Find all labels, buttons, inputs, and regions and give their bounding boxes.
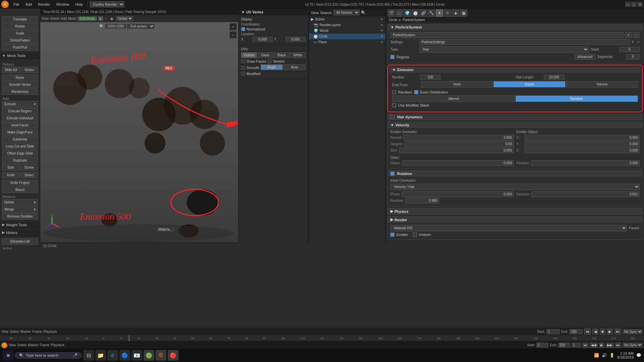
unborn-checkbox[interactable] [413, 233, 417, 237]
particle-name-field[interactable] [390, 32, 624, 38]
scene-eye-icon[interactable]: 👁 [380, 18, 383, 21]
vertex-button[interactable]: Vertex [20, 67, 38, 73]
scene-props-icon[interactable]: 🎥 [395, 9, 403, 17]
random-phase-field[interactable] [406, 198, 439, 203]
type-dropdown[interactable]: Hair [419, 46, 589, 53]
number-field[interactable] [420, 75, 440, 80]
task-view-icon[interactable]: ⊟ [83, 350, 94, 361]
knife-project-button[interactable]: Knife Project [2, 180, 38, 186]
stop-btn[interactable]: ■ [600, 328, 605, 335]
normalized-checkbox[interactable] [241, 27, 245, 31]
inset-faces-button[interactable]: Inset Faces [2, 122, 38, 128]
uv-tab-outline[interactable]: Outline [241, 52, 257, 58]
rendered-mode-icon[interactable]: ◉ [109, 16, 115, 21]
global-select[interactable]: Global [116, 16, 133, 21]
rotation-checkbox[interactable] [390, 172, 394, 176]
edge-icon[interactable]: e [107, 350, 118, 361]
draw-faces-checkbox[interactable] [241, 59, 245, 63]
timeline-playback-btn[interactable]: Playback [43, 330, 57, 334]
render-props-icon[interactable]: 🎬 [387, 9, 395, 17]
loop-cut-slide-button[interactable]: Loop Cut and Slide [2, 143, 38, 149]
texture-icon[interactable]: ▦ [460, 9, 467, 17]
play-pause[interactable]: ▶ [599, 343, 604, 348]
smooth-vertex-button[interactable]: Smooth Vertex [2, 81, 38, 88]
hair-dynamics-header[interactable]: Hair dynamics [388, 114, 642, 120]
y-field[interactable] [525, 141, 640, 147]
start-frame-field[interactable] [536, 343, 548, 348]
emit-volume-btn[interactable]: Volume [566, 81, 638, 87]
particles-icon[interactable]: ✦ [436, 9, 443, 17]
outliner-view-label[interactable]: View [311, 11, 319, 15]
menu-render[interactable]: Render [35, 2, 53, 7]
start-field[interactable] [546, 329, 560, 334]
random-dist-btn[interactable]: Random [516, 96, 638, 102]
advanced-btn[interactable]: Advanced [575, 54, 595, 60]
emission-header[interactable]: ▼ Emission [389, 67, 641, 73]
select-button[interactable]: Select [20, 172, 38, 178]
outliner-item-world[interactable]: 🌍 World 👁 [309, 28, 385, 34]
step-field[interactable] [572, 343, 581, 348]
timeline-playback-label[interactable]: Playback [51, 343, 64, 347]
red-icon[interactable]: 🔴 [168, 350, 178, 361]
chrome-icon-2[interactable]: 🟢 [144, 350, 154, 361]
play-forward[interactable]: ▶▶ [606, 343, 614, 348]
menu-window[interactable]: Window [53, 2, 72, 7]
angle-button[interactable]: Angle [261, 64, 283, 70]
particle-system-header[interactable]: ▼ ParticleSystem [388, 24, 642, 30]
edit-mode-btn[interactable]: Edit Mode [78, 16, 97, 21]
viewport-zoom-in[interactable]: + [229, 23, 237, 31]
notification-icon[interactable]: 💬 [636, 353, 641, 358]
particle-settings-link-icon[interactable]: F [632, 40, 634, 45]
material-icon[interactable]: ◈ [452, 9, 459, 17]
emit-faces-btn[interactable]: Faces [493, 81, 565, 87]
bc-particle-system[interactable]: ParticleSystem [403, 18, 425, 22]
close-button[interactable]: ✕ [637, 2, 643, 7]
renderlayers-eye[interactable]: 👁 [380, 23, 383, 27]
wifi-icon[interactable]: 📶 [594, 353, 599, 358]
view-menu[interactable]: View [42, 17, 49, 20]
translate-button[interactable]: Translate [2, 16, 38, 22]
uv-x-field[interactable] [253, 37, 273, 42]
play-back-btn[interactable]: ◀ [592, 328, 598, 335]
circle-eye[interactable]: 👁 [380, 35, 383, 38]
plane-eye[interactable]: 👁 [380, 41, 383, 44]
add-menu[interactable]: Add [61, 17, 67, 20]
timeline-playhead[interactable] [129, 335, 129, 341]
extrude-region-button[interactable]: Extrude Region [2, 108, 38, 114]
solid-mode-icon[interactable]: ● [98, 16, 103, 21]
extrude-individual-button[interactable]: Extrude Individual [2, 115, 38, 121]
wire-mode-icon[interactable]: ○ [104, 16, 108, 21]
emitter-checkbox[interactable] [390, 233, 394, 237]
rotation-header[interactable]: Rotation [388, 171, 642, 177]
maximize-button[interactable]: □ [631, 2, 637, 7]
hair-dynamics-checkbox[interactable] [390, 115, 394, 119]
play-btn[interactable]: ▶ [607, 328, 613, 335]
outliner-item-scene[interactable]: ▶ Scene 👁 [309, 16, 385, 22]
physics-icon[interactable]: ⚛ [444, 9, 451, 17]
delete-dropdown[interactable]: Delete ▾ [2, 199, 38, 205]
rotate-button[interactable]: Rotate [2, 23, 38, 29]
timeline-frame-label[interactable]: Frame [40, 343, 49, 347]
play-skip-start[interactable]: ⏮ [582, 343, 588, 348]
hair-length-field[interactable] [544, 75, 564, 80]
subdivide-button[interactable]: Subdivide [2, 136, 38, 142]
velocity-hair-select[interactable]: Velocity / Hair [390, 184, 640, 190]
timeline-select-btn[interactable]: Select [10, 330, 19, 334]
render-props-header[interactable]: ▶ Render [388, 217, 642, 223]
shrink-fatten-button[interactable]: Shrink/Fatten [2, 37, 38, 44]
use-modifier-checkbox[interactable] [392, 103, 396, 107]
random-field[interactable] [531, 160, 640, 166]
end-frame-field[interactable] [558, 343, 570, 348]
noise-button[interactable]: Noise [2, 74, 38, 81]
viewport-content[interactable]: Emission 100 [40, 22, 238, 242]
uv-tab-black[interactable]: Black [274, 52, 289, 58]
merge-dropdown[interactable]: Merge ▾ [2, 206, 38, 213]
duplicate-button[interactable]: Duplicate [2, 157, 38, 164]
bisect-button[interactable]: Bisect [2, 187, 38, 193]
timeline-view-btn[interactable]: View [1, 330, 9, 334]
stretch-checkbox[interactable] [268, 59, 272, 63]
chrome-icon[interactable]: 🔵 [119, 350, 130, 361]
outliner-search-icon[interactable]: 🔍 [361, 10, 366, 15]
extrude-dropdown[interactable]: Extrude ▾ [2, 101, 38, 107]
skip-end-btn[interactable]: ⏭ [614, 328, 621, 335]
